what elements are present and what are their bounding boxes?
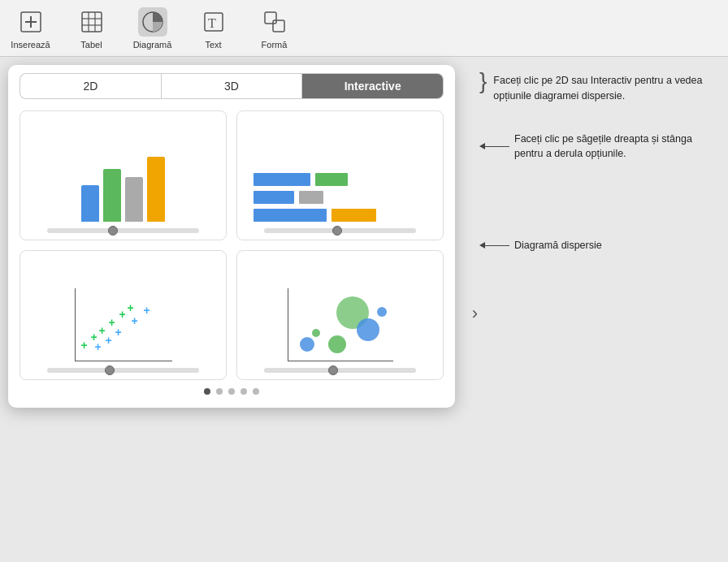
svg-text:T: T (208, 16, 216, 30)
text-icon: T (199, 7, 228, 37)
dot-1[interactable] (204, 388, 210, 395)
chart-panel: 2D 3D Interactive (8, 65, 455, 408)
toolbar-item-forma[interactable]: Formă (252, 7, 297, 50)
tabel-icon (77, 7, 106, 37)
toolbar-item-tabel[interactable]: Tabel (69, 7, 114, 50)
card-slider-1[interactable] (47, 228, 198, 233)
inserare-label: Inserează (11, 40, 50, 50)
svg-rect-12 (273, 20, 284, 32)
pagination-dots (8, 388, 455, 395)
main-area: ‹ 2D 3D Interactive (0, 57, 728, 562)
card-slider-4[interactable] (264, 368, 415, 373)
tab-bar: 2D 3D Interactive (8, 65, 455, 99)
chart-card-bubble[interactable] (236, 250, 444, 380)
card-slider-3[interactable] (47, 368, 198, 373)
arrow-icon-2 (479, 242, 509, 249)
inserare-icon (16, 7, 46, 37)
dot-2[interactable] (216, 388, 223, 395)
diagrama-icon (138, 7, 167, 37)
annotation-tabs: } Faceți clic pe 2D sau Interactiv pentr… (479, 73, 720, 107)
annotations-panel: } Faceți clic pe 2D sau Interactiv pentr… (455, 65, 728, 562)
svg-rect-3 (82, 12, 102, 32)
forma-label: Formă (262, 40, 288, 50)
arrow-icon-1 (479, 143, 509, 149)
annotation-text-1: Faceți clic pe 2D sau Interactiv pentru … (493, 73, 704, 104)
annotation-scatter: Diagramă dispersie (479, 238, 720, 257)
svg-rect-11 (265, 12, 276, 24)
chart-card-scatter[interactable]: + + + + + + + + + + + (20, 250, 227, 380)
annotation-text-2: Faceți clic pe săgețile dreapta și stâng… (514, 132, 720, 162)
toolbar-item-diagrama[interactable]: Diagramă (130, 7, 175, 50)
bubble-chart-visual (245, 261, 435, 361)
annotation-arrows: Faceți clic pe săgețile dreapta și stâng… (479, 132, 720, 166)
scatter-chart-visual: + + + + + + + + + + + (28, 261, 218, 361)
toolbar-item-inserare[interactable]: Inserează (8, 7, 53, 50)
bracket-icon-1: } (479, 70, 487, 93)
tab-interactive[interactable]: Interactive (302, 73, 444, 99)
chart-card-bar-horizontal[interactable] (236, 110, 444, 240)
chart-grid: + + + + + + + + + + + (8, 99, 455, 380)
tab-2d[interactable]: 2D (20, 73, 161, 99)
dot-4[interactable] (240, 388, 247, 395)
text-label: Text (205, 40, 221, 50)
bar-chart-visual (28, 121, 218, 222)
forma-icon (260, 7, 289, 37)
card-slider-2[interactable] (264, 228, 415, 233)
nav-arrow-right[interactable]: › (472, 303, 478, 324)
diagrama-label: Diagramă (133, 40, 172, 50)
chart-card-bar-vertical[interactable] (20, 110, 227, 240)
hbar-chart-visual (245, 121, 435, 222)
chart-panel-wrapper: ‹ 2D 3D Interactive (8, 65, 455, 562)
dot-3[interactable] (228, 388, 235, 395)
toolbar: Inserează Tabel Diagramă (0, 0, 728, 57)
toolbar-item-text[interactable]: T Text (191, 7, 236, 50)
tabel-label: Tabel (80, 40, 102, 50)
dot-5[interactable] (253, 388, 259, 395)
tab-3d[interactable]: 3D (161, 73, 303, 99)
annotation-text-3: Diagramă dispersie (514, 238, 602, 253)
